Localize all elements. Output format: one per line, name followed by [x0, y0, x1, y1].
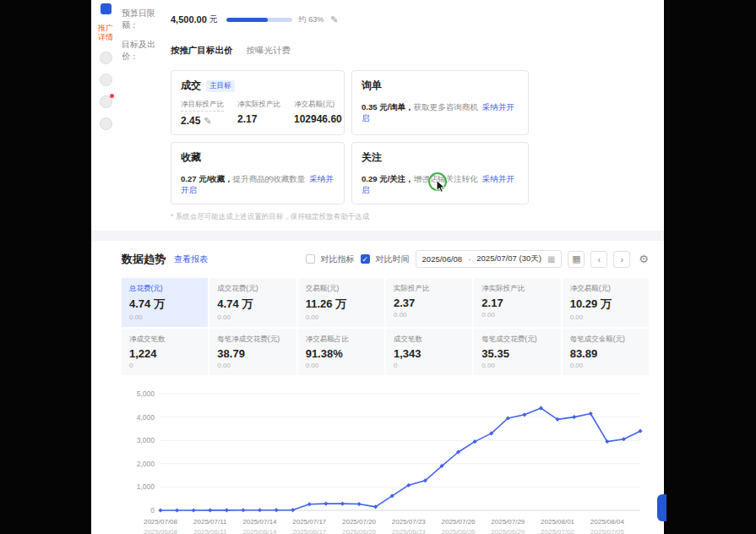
edit-roi-icon[interactable]: ✎: [204, 116, 211, 127]
compare-time-label: 对比时间: [376, 253, 410, 265]
sidebar-dot-icon-1[interactable]: [100, 52, 112, 64]
metric-tile-value: 10.29 万: [570, 297, 641, 312]
side-anchor-nav: 推广详情: [91, 2, 120, 130]
metric-tile-label: 成交笔数: [394, 335, 465, 345]
budget-percent: 约 63%: [299, 14, 324, 25]
svg-text:2025/08/04: 2025/08/04: [590, 518, 625, 526]
metric-tile-sub: 0: [394, 362, 465, 369]
svg-text:2025/07/02: 2025/07/02: [541, 528, 575, 534]
main-goal-badge: 主目标: [206, 80, 235, 92]
metric-tile[interactable]: 成交笔数1,3430: [386, 329, 472, 375]
metric-target-roi: 净目标投产比 2.45 ✎: [181, 100, 224, 127]
metric-tile-sub: 0.00: [129, 313, 200, 321]
svg-text:2025/06/26: 2025/06/26: [442, 528, 476, 534]
metric-tile[interactable]: 实际投产比2.370.00: [386, 278, 472, 327]
svg-text:2025/06/11: 2025/06/11: [193, 528, 227, 534]
metric-tile-value: 4.74 万: [129, 297, 200, 312]
metric-tile-value: 1,224: [129, 347, 200, 360]
budget-progress-fill: [226, 18, 268, 22]
chevron-right-icon: ›: [621, 254, 624, 264]
metric-tile-sub: 0.00: [570, 362, 641, 369]
metric-tile[interactable]: 净成交笔数1,2240: [122, 329, 208, 375]
prev-period-button[interactable]: ‹: [590, 251, 607, 268]
budget-row: 预算日限额： 4,500.00 元 约 63% ✎: [122, 8, 649, 31]
chevron-left-icon: ‹: [598, 254, 601, 264]
svg-text:1,000: 1,000: [137, 482, 155, 491]
budget-progress-bar[interactable]: [226, 18, 292, 22]
svg-text:2025/07/17: 2025/07/17: [292, 518, 327, 526]
metric-tile[interactable]: 每笔成交花费(元)35.350.00: [474, 329, 560, 375]
svg-text:2025/07/14: 2025/07/14: [242, 518, 277, 526]
metric-tile[interactable]: 总花费(元)4.74 万0.00: [122, 278, 208, 327]
metric-tile-sub: 0.00: [306, 362, 377, 369]
view-report-link[interactable]: 查看报表: [174, 253, 208, 265]
app-icon[interactable]: [101, 3, 111, 14]
tab-exposure-billing[interactable]: 按曝光计费: [247, 45, 291, 57]
svg-text:2025/07/11: 2025/07/11: [193, 518, 227, 526]
metric-tile-label: 实际投产比: [394, 284, 465, 294]
metric-tile-value: 35.35: [481, 347, 552, 360]
metric-tile-value: 2.17: [481, 297, 552, 309]
date-range-picker[interactable]: 2025/06/08 - 2025/07/07 (30天) ▦: [416, 250, 563, 268]
metric-tile-sub: 0: [129, 362, 200, 369]
compare-metric-label: 对比指标: [321, 253, 355, 265]
metric-tile[interactable]: 净交易额占比91.38%0.00: [298, 329, 384, 375]
section-divider: [91, 231, 664, 241]
metric-tile-value: 38.79: [217, 347, 288, 360]
budget-label: 预算日限额：: [122, 8, 171, 31]
edit-budget-icon[interactable]: ✎: [330, 14, 338, 25]
metric-tile-sub: 0.00: [394, 311, 465, 319]
metric-tile[interactable]: 净交易额(元)10.29 万0.00: [563, 278, 649, 327]
metric-tile-label: 净交易额(元): [570, 284, 641, 294]
goal-card-deal[interactable]: 成交 主目标 净目标投产比 2.45 ✎ 净实际投产比 2.17: [171, 70, 345, 135]
svg-text:2025/06/23: 2025/06/23: [392, 528, 427, 534]
svg-text:2025/06/08: 2025/06/08: [144, 528, 178, 534]
budget-unit: 元: [209, 14, 218, 25]
floating-widget[interactable]: [657, 494, 666, 521]
tab-goal-bidding[interactable]: 按推广目标出价: [171, 45, 233, 57]
metric-tile-sub: 0.00: [570, 313, 641, 321]
budget-amount: 4,500.00: [171, 14, 207, 25]
metric-tile-label: 每笔成交花费(元): [481, 335, 552, 345]
metric-net-gmv: 净交易额(元) 102946.60: [294, 100, 342, 127]
compare-metric-checkbox[interactable]: [306, 254, 315, 264]
metric-tile-sub: 0.00: [217, 313, 288, 321]
metric-tile[interactable]: 成交花费(元)4.74 万0.00: [209, 278, 296, 327]
svg-text:2025/06/14: 2025/06/14: [242, 528, 277, 534]
compare-time-checkbox[interactable]: ✓: [361, 254, 370, 264]
metric-tile[interactable]: 每笔净成交花费(元)38.790.00: [209, 329, 296, 375]
gear-icon[interactable]: ⚙: [639, 253, 649, 265]
metric-tile-label: 净交易额占比: [306, 335, 377, 345]
card-title-favorite: 收藏: [181, 150, 201, 165]
svg-text:2025/06/17: 2025/06/17: [292, 528, 327, 534]
metric-tile-sub: 0.00: [306, 313, 377, 321]
metric-tile-label: 交易额(元): [306, 284, 377, 294]
metric-tile[interactable]: 交易额(元)11.26 万0.00: [298, 278, 384, 327]
svg-text:2025/08/01: 2025/08/01: [541, 518, 575, 526]
sidebar-dot-icon-2[interactable]: [100, 74, 112, 86]
card-title-deal: 成交: [181, 79, 201, 93]
goal-card-inquiry[interactable]: 询单 0.35 元/询单，获取更多咨询商机采纳并开启: [351, 70, 529, 135]
calendar-button[interactable]: ▦: [568, 251, 585, 268]
trend-section: 数据趋势 查看报表 对比指标 ✓ 对比时间 2025/06/08 - 2025/…: [122, 241, 664, 534]
notification-dot: [110, 94, 114, 98]
metric-tile-value: 91.38%: [306, 347, 377, 360]
svg-text:5,000: 5,000: [137, 390, 155, 398]
metric-tile[interactable]: 每笔成交金额(元)83.890.00: [563, 329, 649, 375]
goal-note: * 系统会尽可能达成上述设置的目标，保持稳定投放有助于达成: [171, 212, 649, 222]
metric-tile-sub: 0.00: [217, 362, 288, 369]
metric-tile[interactable]: 净实际投产比2.170.00: [474, 278, 560, 327]
svg-text:2025/07/23: 2025/07/23: [392, 518, 427, 526]
mouse-cursor: [436, 180, 446, 193]
trend-title: 数据趋势: [122, 252, 166, 267]
sidebar-dot-icon-4[interactable]: [100, 117, 112, 130]
sidebar-item-campaign-detail[interactable]: 推广详情: [95, 24, 116, 42]
goal-cards: 成交 主目标 净目标投产比 2.45 ✎ 净实际投产比 2.17: [171, 70, 529, 204]
calendar-icon: ▦: [547, 254, 555, 264]
next-period-button[interactable]: ›: [613, 251, 630, 268]
sidebar-dot-icon-3[interactable]: [100, 95, 112, 108]
svg-text:4,000: 4,000: [137, 413, 155, 422]
goal-card-favorite[interactable]: 收藏 0.27 元/收藏，提升商品的收藏数量采纳并开启: [171, 142, 345, 204]
metric-tile-label: 净实际投产比: [481, 284, 552, 294]
svg-text:3,000: 3,000: [137, 436, 155, 444]
